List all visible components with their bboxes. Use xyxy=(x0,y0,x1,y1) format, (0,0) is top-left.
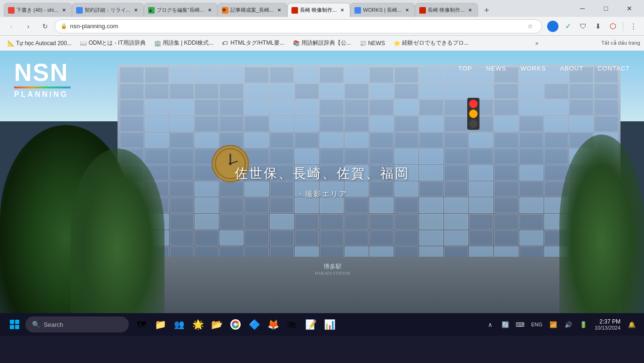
tab-close-3[interactable]: ✕ xyxy=(206,7,213,14)
bookmark-news[interactable]: 📰 NEWS xyxy=(356,38,389,48)
bookmark-autocad[interactable]: 📐 Tự học Autocad 200... xyxy=(4,38,75,48)
glass-cell xyxy=(270,149,294,164)
bookmark-label-7: 経験ゼロでもできるプロ... xyxy=(402,39,469,47)
taskbar-app-edge[interactable]: 🔷 xyxy=(245,316,263,333)
taskbar-app-word[interactable]: 📝 xyxy=(302,316,320,333)
nav-top[interactable]: TOP xyxy=(458,65,472,72)
chrome-icon xyxy=(230,319,241,330)
bookmark-html[interactable]: 🏷 HTMLタグ/HTML要... xyxy=(218,37,288,49)
glass-cell xyxy=(444,165,468,181)
minimize-button[interactable]: ─ xyxy=(572,1,593,16)
tab-close-1[interactable]: ✕ xyxy=(60,7,68,14)
system-clock[interactable]: 2:37 PM 10/13/2024 xyxy=(593,318,622,331)
glass-cell xyxy=(544,149,568,164)
bookmark-star-icon[interactable]: ☆ xyxy=(525,21,536,32)
extensions-checkmark[interactable]: ✓ xyxy=(561,19,575,33)
taskbar-app-firefox[interactable]: 🦊 xyxy=(264,316,282,333)
bookmark-label-6: NEWS xyxy=(368,40,385,47)
tray-volume[interactable]: 🔊 xyxy=(562,318,575,331)
glass-cell xyxy=(244,67,268,83)
nav-works[interactable]: WORKS xyxy=(520,65,546,72)
glass-cell xyxy=(120,84,144,99)
taskbar-search-bar[interactable]: 🔍 Search xyxy=(25,316,129,332)
bookmark-yogo[interactable]: 📚 用語解説辞典【公... xyxy=(289,37,355,49)
shield-icon[interactable]: 🛡 xyxy=(576,19,590,33)
tab-2[interactable]: 契約詳細：リライ... ✕ xyxy=(72,3,144,17)
glass-cell xyxy=(444,230,468,246)
glass-cell xyxy=(419,149,443,164)
back-button[interactable]: ‹ xyxy=(4,19,19,34)
tab-1[interactable]: 下書き (48) - shi... ✕ xyxy=(4,3,72,17)
download-button[interactable]: ⬇ xyxy=(591,19,605,33)
address-input[interactable] xyxy=(70,23,522,30)
bookmark-kddi[interactable]: 🏢 用語集 | KDDI株式... xyxy=(150,37,217,49)
window-actions: ─ □ ✕ xyxy=(572,1,640,16)
address-bar[interactable]: 🔒 ☆ xyxy=(55,19,542,33)
taskbar-app-copilot[interactable]: 🌟 xyxy=(189,316,207,333)
glass-cell xyxy=(469,182,493,197)
glass-cell xyxy=(295,100,319,115)
taskbar-app-teams[interactable]: 👥 xyxy=(170,316,188,333)
glass-cell xyxy=(369,133,393,148)
tray-keyboard[interactable]: ⌨ xyxy=(514,318,527,331)
nav-contact[interactable]: CONTACT xyxy=(597,65,630,72)
glass-cell xyxy=(519,149,543,164)
maximize-button[interactable]: □ xyxy=(595,1,617,16)
nsn-subtitle: PLANNING xyxy=(14,90,71,99)
tab-close-4[interactable]: ✕ xyxy=(275,7,283,14)
nav-news[interactable]: NEWS xyxy=(486,65,506,72)
glass-cell xyxy=(519,214,543,229)
extension-icon[interactable]: ⬡ xyxy=(606,19,620,33)
tab-title-1: 下書き (48) - shi... xyxy=(16,7,58,14)
glass-cell xyxy=(369,214,393,229)
bookmark-keiken[interactable]: ⭐ 経験ゼロでもできるプロ... xyxy=(390,37,472,49)
taskbar-pinned-apps: 🗺 📁 👥 🌟 📂 xyxy=(133,316,338,333)
tray-wifi[interactable]: 📶 xyxy=(547,318,560,331)
taskbar-app-maps[interactable]: 🗺 xyxy=(133,316,150,333)
tab-favicon-6 xyxy=(354,7,361,14)
tab-close-2[interactable]: ✕ xyxy=(132,7,140,14)
tab-title-6: WORKS | 長崎... xyxy=(363,7,401,14)
new-tab-button[interactable]: + xyxy=(480,4,493,17)
tab-5-active[interactable]: 長崎 映像制作... ✕ xyxy=(287,3,350,17)
glass-cell xyxy=(320,84,344,99)
tab-7[interactable]: 長崎 映像制作... ✕ xyxy=(415,3,478,17)
tray-chevron[interactable]: ∧ xyxy=(484,318,497,331)
tray-lang[interactable]: ENG xyxy=(529,318,545,331)
nav-about[interactable]: ABOUT xyxy=(560,65,583,72)
traffic-light xyxy=(467,98,479,130)
traffic-light-yellow xyxy=(469,110,478,118)
taskbar-app-sheets[interactable]: 📊 xyxy=(321,316,338,333)
glass-cell xyxy=(170,197,194,213)
notification-bell[interactable]: 🔔 xyxy=(625,318,638,331)
start-button[interactable] xyxy=(6,316,24,333)
tray-battery[interactable]: 🔋 xyxy=(577,318,590,331)
taskbar-app-explorer[interactable]: 📁 xyxy=(151,316,169,333)
glass-cell xyxy=(544,116,568,132)
bookmarks-more-button[interactable]: » xyxy=(533,38,542,48)
tab-title-4: 記事構成案_長崎... xyxy=(230,7,274,14)
profile-button[interactable]: 👤 xyxy=(546,19,560,33)
glass-cell xyxy=(195,197,219,213)
tab-close-5[interactable]: ✕ xyxy=(338,7,346,14)
tab-close-6[interactable]: ✕ xyxy=(403,7,411,14)
station-name-en: HAKATA STATION xyxy=(315,271,350,276)
tab-4[interactable]: ✚ 記事構成案_長崎... ✕ xyxy=(218,3,287,17)
reload-button[interactable]: ↻ xyxy=(38,19,53,34)
tab-3[interactable]: ▲ ブログを編集"長崎... ✕ xyxy=(144,3,218,17)
glass-cell xyxy=(195,182,219,197)
close-button[interactable]: ✕ xyxy=(619,1,640,16)
bookmark-odm[interactable]: 📖 ODMとは - IT用語辞典 xyxy=(76,37,149,49)
forward-button[interactable]: › xyxy=(21,19,36,34)
glass-cell xyxy=(145,84,169,99)
taskbar-app-files[interactable]: 📂 xyxy=(208,316,226,333)
glass-cell xyxy=(469,133,493,148)
taskbar-app-chrome[interactable] xyxy=(227,316,244,333)
tab-close-7[interactable]: ✕ xyxy=(466,7,474,14)
glass-cell xyxy=(195,214,219,229)
glass-cell xyxy=(519,182,543,197)
tray-network[interactable]: 🔄 xyxy=(499,318,512,331)
more-menu-button[interactable]: ⋮ xyxy=(626,19,640,33)
taskbar-app-store[interactable]: 🛍 xyxy=(283,316,301,333)
tab-6[interactable]: WORKS | 長崎... ✕ xyxy=(350,3,415,17)
